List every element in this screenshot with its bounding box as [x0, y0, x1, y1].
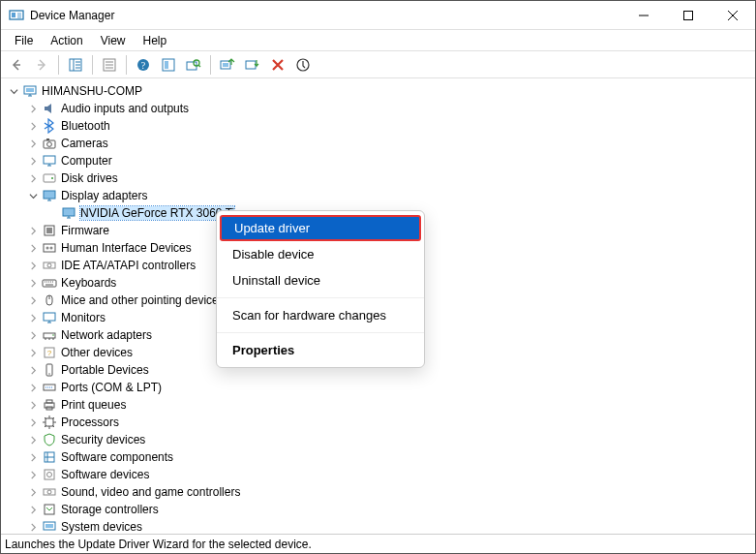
device-category-icon [42, 170, 57, 186]
chevron-right-icon[interactable] [26, 398, 40, 412]
menu-help[interactable]: Help [136, 32, 175, 49]
device-category-icon [42, 223, 57, 238]
uninstall-device-button[interactable] [266, 53, 289, 77]
device-category-icon [42, 519, 57, 534]
chevron-right-icon[interactable] [26, 416, 40, 429]
tree-item-label: Firmware [61, 224, 109, 237]
svg-rect-27 [44, 244, 55, 252]
tree-item[interactable]: Bluetooth [26, 117, 755, 135]
svg-rect-43 [46, 400, 52, 403]
chevron-right-icon[interactable] [26, 363, 40, 377]
ctx-update-driver[interactable]: Update driver [220, 215, 421, 241]
help-button[interactable]: ? [132, 53, 155, 77]
ctx-properties[interactable]: Properties [217, 337, 424, 363]
tree-item-label: Processors [61, 416, 119, 429]
tree-item[interactable]: Software devices [26, 466, 755, 483]
app-icon [9, 8, 24, 23]
tree-item-label: Other devices [61, 346, 133, 359]
chevron-right-icon[interactable] [26, 241, 40, 255]
chevron-right-icon[interactable] [26, 154, 40, 168]
chevron-right-icon[interactable] [26, 119, 40, 133]
ctx-scan-hardware[interactable]: Scan for hardware changes [217, 302, 424, 328]
forward-button[interactable] [30, 53, 53, 77]
tree-item-label: Display adapters [61, 189, 147, 202]
device-tree-panel[interactable]: HIMANSHU-COMP Audio inputs and outputsBl… [1, 78, 755, 534]
svg-point-31 [47, 263, 51, 267]
svg-rect-19 [46, 138, 49, 140]
chevron-right-icon[interactable] [26, 433, 40, 446]
update-driver-button[interactable] [216, 53, 239, 77]
device-category-icon: ? [42, 345, 57, 360]
toolbar-icon-2[interactable] [291, 53, 315, 77]
tree-item-label: Ports (COM & LPT) [61, 381, 162, 394]
toolbar-icon-1[interactable] [157, 53, 180, 77]
toolbar: ? [1, 51, 755, 78]
menu-action[interactable]: Action [43, 32, 90, 49]
tree-item[interactable]: Security devices [26, 431, 755, 448]
properties-button[interactable] [98, 53, 121, 77]
tree-item[interactable]: Sound, video and game controllers [26, 483, 755, 501]
tree-item[interactable]: Storage controllers [26, 501, 755, 518]
ctx-uninstall-device[interactable]: Uninstall device [217, 267, 424, 293]
tree-item[interactable]: Software components [26, 448, 755, 466]
svg-rect-16 [26, 88, 34, 92]
svg-point-40 [48, 373, 49, 374]
tree-item[interactable]: Disk drives [26, 169, 755, 187]
tree-item-label: Sound, video and game controllers [61, 485, 240, 499]
tree-item-label: Software components [61, 450, 173, 464]
tree-item[interactable]: Computer [26, 152, 755, 169]
chevron-right-icon[interactable] [26, 259, 40, 272]
ctx-sep-2 [217, 332, 424, 333]
chevron-right-icon[interactable] [26, 450, 40, 464]
titlebar: Device Manager [1, 1, 755, 30]
chevron-right-icon[interactable] [26, 328, 40, 342]
device-category-icon [42, 153, 57, 169]
tree-item[interactable]: Cameras [26, 135, 755, 152]
svg-point-50 [47, 490, 51, 494]
minimize-button[interactable] [621, 1, 666, 30]
device-category-icon [42, 467, 57, 482]
ctx-disable-device[interactable]: Disable device [217, 241, 424, 267]
chevron-down-icon[interactable] [26, 189, 40, 202]
tree-item[interactable]: Print queues [26, 396, 755, 414]
svg-rect-2 [684, 11, 693, 19]
tree-item[interactable]: Processors [26, 414, 755, 431]
chevron-down-icon[interactable] [7, 84, 20, 98]
chevron-right-icon[interactable] [26, 485, 40, 499]
chevron-right-icon[interactable] [26, 468, 40, 481]
window-title: Device Manager [30, 9, 114, 22]
tree-item[interactable]: Audio inputs and outputs [26, 100, 755, 117]
menu-file[interactable]: File [7, 32, 41, 49]
close-button[interactable] [711, 1, 755, 30]
show-hide-tree-button[interactable] [64, 53, 87, 77]
tree-item-label: Human Interface Devices [61, 241, 192, 255]
chevron-right-icon[interactable] [26, 520, 40, 534]
chevron-right-icon[interactable] [26, 346, 40, 359]
tree-item-label: System devices [61, 520, 142, 534]
chevron-right-icon[interactable] [26, 503, 40, 516]
scan-hardware-button[interactable] [182, 53, 205, 77]
tree-item[interactable]: Ports (COM & LPT) [26, 379, 755, 396]
tree-item-label: Network adapters [61, 328, 152, 342]
back-button[interactable] [5, 53, 28, 77]
chevron-right-icon[interactable] [26, 171, 40, 185]
chevron-right-icon[interactable] [26, 137, 40, 150]
chevron-right-icon[interactable] [26, 311, 40, 324]
disable-device-button[interactable] [241, 53, 264, 77]
maximize-button[interactable] [666, 1, 711, 30]
chevron-right-icon[interactable] [26, 224, 40, 237]
svg-point-36 [52, 334, 54, 336]
chevron-right-icon[interactable] [26, 276, 40, 290]
device-category-icon [42, 397, 57, 413]
device-category-icon [42, 449, 57, 465]
tree-item[interactable]: System devices [26, 518, 755, 534]
svg-point-18 [47, 142, 52, 147]
tree-item[interactable]: Display adapters [26, 187, 755, 204]
tree-root[interactable]: HIMANSHU-COMP [7, 82, 755, 100]
menu-view[interactable]: View [93, 32, 134, 49]
ctx-sep-1 [217, 297, 424, 298]
chevron-right-icon[interactable] [26, 293, 40, 307]
tree-item-label: Security devices [61, 433, 145, 446]
chevron-right-icon[interactable] [26, 381, 40, 394]
chevron-right-icon[interactable] [26, 102, 40, 115]
